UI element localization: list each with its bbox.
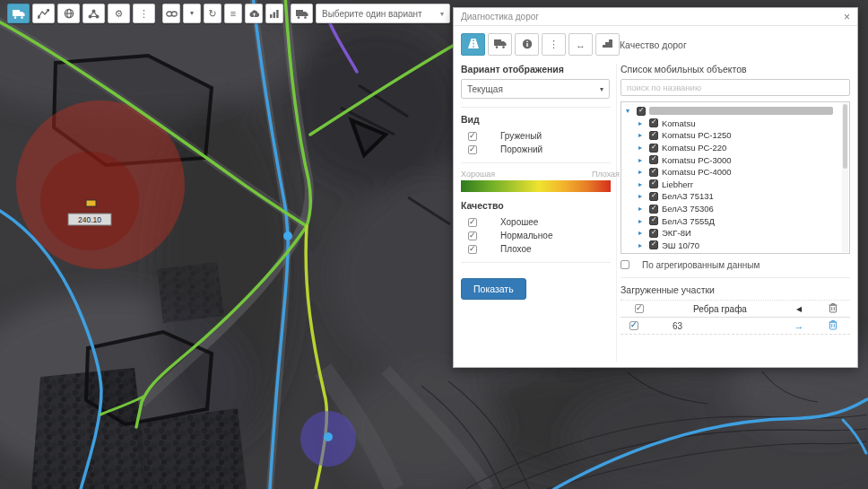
show-button[interactable]: Показать — [461, 278, 526, 300]
tree-item[interactable]: ▸БелАЗ 7555Д — [626, 214, 845, 227]
chart-button[interactable] — [265, 4, 283, 23]
junction-dot[interactable] — [283, 231, 292, 240]
tree-item[interactable]: ▸Komatsu — [626, 118, 845, 130]
chevron-down-icon: ▾ — [440, 10, 444, 18]
tree-item[interactable]: ▸ЭШ 10/70 — [626, 240, 845, 252]
expand-arrow-icon[interactable]: ▸ — [638, 144, 646, 152]
refresh-button[interactable]: ↻ — [204, 4, 221, 23]
checkbox-checked[interactable] — [468, 218, 477, 227]
settings-button[interactable]: ⚙ — [108, 4, 130, 23]
cloud-upload-button[interactable] — [245, 4, 263, 23]
divider — [461, 162, 611, 163]
expand-arrow-icon[interactable]: ▸ — [638, 119, 646, 127]
tree-item-checkbox[interactable] — [649, 216, 658, 225]
tree-item[interactable]: ▸Komatsu PC-4000 — [626, 166, 845, 179]
scrollbar-thumb[interactable] — [843, 104, 847, 169]
tree-item-checkbox[interactable] — [649, 179, 658, 188]
tree-root-item[interactable]: ▾ — [626, 105, 845, 118]
table-row[interactable]: 63 → — [621, 318, 850, 335]
checkbox-checked[interactable] — [468, 245, 477, 254]
quality-option-bad[interactable]: Плохое — [461, 242, 611, 256]
row-checkbox[interactable] — [629, 321, 638, 330]
quality-legend: Хорошая Плохая — [461, 170, 611, 179]
route-button[interactable] — [32, 4, 55, 23]
tree-item-checkbox[interactable] — [649, 131, 658, 140]
tree-item-checkbox[interactable] — [649, 229, 658, 238]
trucks-layer-button[interactable] — [7, 4, 30, 23]
list-button[interactable]: ≡ — [224, 4, 242, 23]
tree-item[interactable]: ▸БелАЗ 75306 — [626, 203, 845, 215]
tree-item[interactable]: ▸БелАЗ 75131 — [626, 190, 845, 203]
close-icon[interactable]: × — [844, 12, 850, 22]
checkbox-checked[interactable] — [468, 231, 477, 240]
tab-info[interactable] — [515, 33, 539, 56]
expand-arrow-icon[interactable]: ▸ — [638, 241, 646, 249]
tree-item-checkbox[interactable] — [649, 155, 658, 164]
quality-option-normal[interactable]: Нормальное — [461, 229, 611, 242]
graph-icon — [88, 9, 100, 19]
checkbox-unchecked[interactable] — [621, 260, 629, 269]
collapse-arrow-icon[interactable]: ▾ — [626, 107, 633, 115]
dialog-titlebar[interactable]: Диагностика дорог × — [454, 8, 857, 26]
tree-scrollbar[interactable] — [842, 103, 848, 252]
expand-arrow-icon[interactable]: ▸ — [638, 156, 646, 164]
goto-icon[interactable]: → — [782, 320, 816, 331]
expand-arrow-icon[interactable]: ▸ — [638, 168, 646, 176]
globe-icon — [64, 8, 74, 19]
truck-icon — [494, 39, 507, 50]
tree-item-checkbox[interactable] — [649, 192, 658, 201]
expand-arrow-icon[interactable]: ▸ — [638, 180, 646, 188]
tree-item[interactable]: ▸Komatsu PC-220 — [626, 142, 845, 154]
link-button[interactable] — [162, 4, 180, 23]
display-variant-label: Вариант отображения — [461, 64, 611, 74]
expand-arrow-icon[interactable]: ▸ — [638, 217, 646, 225]
aggregated-data-option[interactable]: По агрегированным данным — [621, 258, 850, 271]
tree-item[interactable]: ▸ЭКГ-8И — [626, 227, 845, 240]
caret-button[interactable]: ▾ — [183, 4, 201, 23]
quality-label: Качество — [461, 200, 611, 211]
divider — [621, 277, 850, 278]
tree-item-checkbox[interactable] — [649, 118, 658, 127]
tab-road-quality[interactable] — [461, 33, 485, 56]
tab-trucks[interactable] — [488, 33, 512, 56]
quality-option-good[interactable]: Хорошее — [461, 215, 611, 229]
more-options-button[interactable]: ⋮ — [133, 4, 155, 23]
tab-settings[interactable]: ⋮ — [542, 33, 566, 56]
graph-button[interactable] — [82, 4, 105, 23]
tree-item-checkbox[interactable] — [649, 144, 658, 153]
checkbox-checked[interactable] — [468, 145, 477, 154]
tree-item-label: БелАЗ 75131 — [662, 191, 714, 201]
expand-arrow-icon[interactable]: ▸ — [638, 229, 646, 237]
tab-stats[interactable] — [595, 33, 620, 56]
display-variant-select[interactable]: Текущая ▾ — [461, 79, 610, 99]
tree-item-checkbox[interactable] — [649, 168, 658, 177]
aggregated-data-label: По агрегированным данным — [642, 260, 760, 270]
type-option-loaded[interactable]: Груженый — [461, 129, 611, 143]
variant-select[interactable]: Выберите один вариант ▾ — [316, 4, 450, 23]
objects-tree[interactable]: ▾ ▸Komatsu ▸Komatsu PC-1250 ▸Komatsu PC-… — [621, 101, 850, 254]
kebab-icon: ⋮ — [139, 9, 149, 19]
loaded-sections-label: Загруженные участки — [621, 284, 850, 295]
select-all-checkbox[interactable] — [635, 304, 644, 313]
mobile-objects-label: Список мобильных объектов — [621, 64, 850, 74]
collapse-column-icon[interactable]: ◀ — [782, 305, 816, 313]
checkbox-checked[interactable] — [468, 132, 477, 141]
tree-item[interactable]: ▸Liebherr — [626, 179, 845, 191]
tree-item-checkbox[interactable] — [649, 240, 658, 249]
zone-purple — [300, 411, 356, 467]
tree-item[interactable]: ▸Komatsu PC-1250 — [626, 129, 845, 142]
tab-compare[interactable]: ↔ — [569, 33, 593, 56]
delete-all-icon[interactable] — [816, 302, 850, 315]
tree-item[interactable]: ▸Komatsu PC-3000 — [626, 153, 845, 166]
type-option-empty[interactable]: Порожний — [461, 143, 611, 156]
tree-item-checkbox[interactable] — [649, 205, 658, 214]
search-input[interactable] — [621, 79, 850, 96]
expand-arrow-icon[interactable]: ▸ — [638, 192, 646, 200]
section-title: Качество дорог — [620, 39, 687, 50]
variant-truck-button[interactable] — [291, 4, 313, 23]
globe-button[interactable] — [57, 4, 80, 23]
expand-arrow-icon[interactable]: ▸ — [638, 131, 646, 139]
tree-root-checkbox[interactable] — [637, 107, 646, 116]
expand-arrow-icon[interactable]: ▸ — [638, 205, 646, 213]
delete-row-icon[interactable] — [816, 319, 850, 332]
